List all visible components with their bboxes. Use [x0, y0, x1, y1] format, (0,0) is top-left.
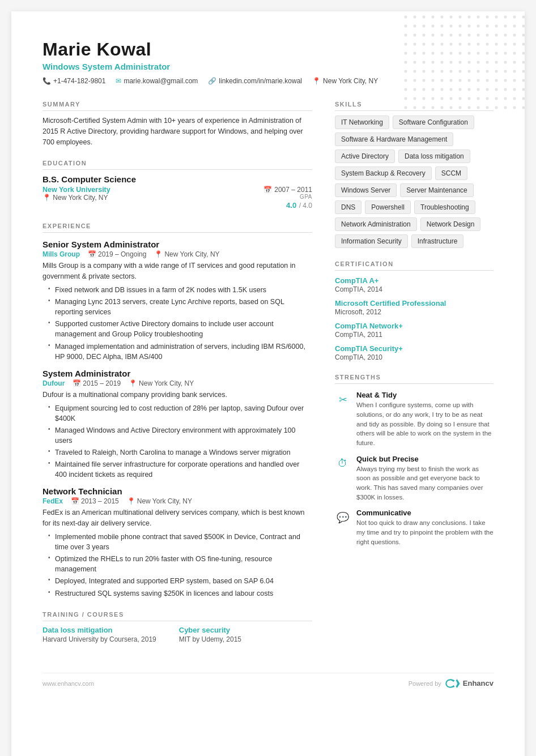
footer-brand: Powered by Enhancv — [409, 679, 494, 688]
svg-point-11 — [504, 16, 507, 19]
svg-point-31 — [432, 34, 435, 37]
enhancv-icon — [445, 679, 461, 688]
svg-point-95 — [504, 70, 507, 73]
svg-point-30 — [423, 34, 426, 37]
skill-tag: System Backup & Recovery — [335, 166, 432, 180]
location-icon: 📍 — [312, 77, 321, 85]
job-bullet: Fixed network and DB issues in a farm of… — [48, 285, 312, 295]
svg-point-7 — [468, 16, 471, 19]
training-item: Data loss mitigation Harvard University … — [42, 626, 156, 643]
svg-point-12 — [513, 16, 516, 19]
job-dates: 📅 2015 – 2019 — [73, 379, 121, 387]
svg-point-37 — [486, 34, 489, 37]
skill-tag: Active Directory — [335, 150, 395, 163]
strength-title: Communicative — [356, 509, 494, 517]
svg-point-13 — [522, 16, 525, 19]
job-meta: FedEx 📅 2013 – 2015 📍 New York City, NY — [42, 497, 312, 505]
svg-point-81 — [504, 61, 507, 64]
svg-point-124 — [513, 88, 516, 91]
svg-point-53 — [504, 43, 507, 46]
job-company: Dufour — [42, 379, 65, 387]
svg-point-68 — [513, 52, 516, 55]
cert-issuer: CompTIA, 2014 — [335, 285, 494, 293]
job-company: Mills Group — [42, 250, 80, 258]
right-column: SKILLS IT NetworkingSoftware Configurati… — [335, 101, 494, 656]
svg-point-80 — [495, 61, 498, 64]
cert-name: Microsoft Certified Professional — [335, 299, 494, 307]
education-title: EDUCATION — [42, 160, 312, 170]
svg-point-39 — [504, 34, 507, 37]
job-bullet: Restructured SQL systems saving $250K in… — [48, 588, 312, 599]
svg-point-29 — [414, 34, 416, 37]
svg-point-25 — [504, 25, 507, 28]
strength-icon: 💬 — [335, 510, 351, 526]
svg-point-19 — [450, 25, 453, 28]
strength-icon: ✂ — [335, 392, 351, 408]
svg-point-23 — [486, 25, 489, 28]
job-bullets: Fixed network and DB issues in a farm of… — [42, 285, 312, 362]
svg-point-112 — [405, 88, 407, 91]
svg-point-0 — [405, 16, 407, 19]
skill-tag: Powershell — [365, 200, 411, 214]
email-icon: ✉ — [116, 77, 121, 85]
experience-section: EXPERIENCE Senior System Administrator M… — [42, 223, 312, 598]
svg-point-26 — [513, 25, 516, 28]
svg-point-116 — [441, 88, 444, 91]
strength-body: Neat & Tidy When I configure systems, co… — [356, 391, 494, 447]
svg-point-111 — [522, 79, 525, 82]
svg-point-38 — [495, 34, 498, 37]
phone-icon: 📞 — [42, 77, 51, 85]
cert-name: CompTIA Network+ — [335, 322, 494, 330]
svg-point-52 — [495, 43, 498, 46]
cert-issuer: Microsoft, 2012 — [335, 308, 494, 316]
svg-point-131 — [450, 97, 453, 100]
svg-point-108 — [495, 79, 498, 82]
svg-point-55 — [522, 43, 525, 46]
school-location-icon: 📍 — [42, 194, 51, 202]
svg-point-151 — [504, 106, 507, 109]
job-location: 📍 New York City, NY — [127, 497, 192, 505]
svg-point-119 — [468, 88, 471, 91]
job-bullet: Deployed, Integrated and supported ERP s… — [48, 576, 312, 586]
strength-title: Quick but Precise — [356, 455, 494, 463]
strength-body: Communicative Not too quick to draw any … — [356, 509, 494, 546]
skill-tag: Infrastructure — [411, 234, 464, 248]
skill-tag: DNS — [335, 200, 361, 214]
training-title: TRAINING / COURSES — [42, 611, 312, 621]
strength-icon: ⏱ — [335, 456, 351, 472]
svg-point-113 — [414, 88, 416, 91]
svg-point-135 — [486, 97, 489, 100]
certification-list: CompTIA A+ CompTIA, 2014 Microsoft Certi… — [335, 276, 494, 361]
job-bullet: Supported customer Active Directory doma… — [48, 319, 312, 339]
certification-title: CERTIFICATION — [335, 260, 494, 271]
svg-point-128 — [423, 97, 426, 100]
svg-point-139 — [522, 97, 525, 100]
strength-body: Quick but Precise Always trying my best … — [356, 455, 494, 502]
job-title: System Administrator — [42, 369, 312, 378]
svg-point-133 — [468, 97, 471, 100]
svg-point-97 — [522, 70, 525, 73]
svg-point-20 — [459, 25, 462, 28]
footer-website: www.enhancv.com — [42, 680, 94, 687]
svg-point-117 — [450, 88, 453, 91]
linkedin-contact: 🔗 linkedin.com/in/marie.kowal — [208, 77, 302, 85]
job-location: 📍 New York City, NY — [129, 379, 194, 387]
svg-point-114 — [423, 88, 426, 91]
job-title: Network Technician — [42, 486, 312, 496]
summary-text: Microsoft-Certified System Admin with 10… — [42, 116, 312, 147]
resume-footer: www.enhancv.com Powered by Enhancv — [42, 673, 494, 688]
skill-tag: Windows Server — [335, 183, 397, 197]
gpa-value: 4.0 — [286, 201, 296, 210]
education-right: 📅 2007 – 2011 GPA 4.0 / 4.0 — [263, 186, 312, 210]
svg-point-54 — [513, 43, 516, 46]
training-grid: Data loss mitigation Harvard University … — [42, 626, 312, 643]
svg-point-130 — [441, 97, 444, 100]
job-bullet: Equipment sourcing led to cost reduction… — [48, 403, 312, 424]
svg-point-2 — [423, 16, 426, 19]
svg-point-33 — [450, 34, 453, 37]
svg-point-3 — [432, 16, 435, 19]
email-address: marie.kowal@gmail.com — [124, 77, 198, 85]
powered-by-text: Powered by — [409, 680, 441, 687]
svg-point-35 — [468, 34, 471, 37]
skill-tag: SCCM — [435, 166, 467, 180]
